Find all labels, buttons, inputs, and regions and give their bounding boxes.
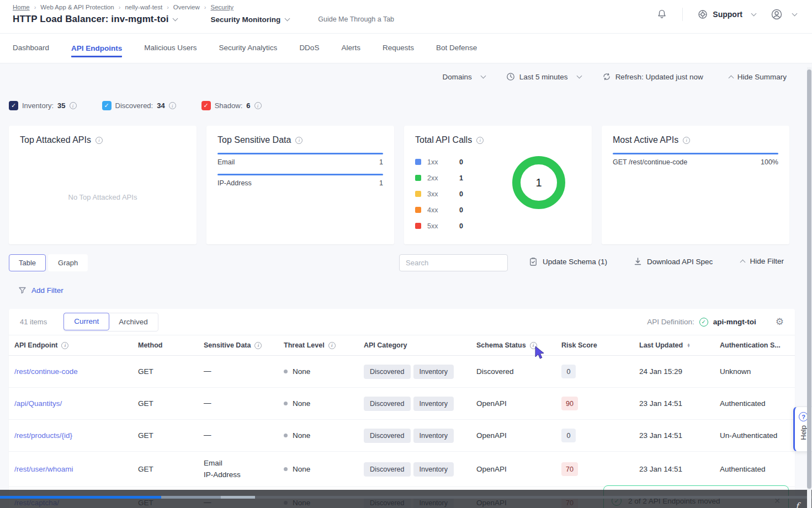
breadcrumb-namespace[interactable]: nelly-waf-test	[125, 4, 162, 10]
category-badge: Discovered	[364, 365, 411, 379]
support-menu[interactable]: Support	[697, 9, 756, 20]
add-filter-button[interactable]: Add Filter	[18, 286, 63, 295]
security-monitoring-dropdown[interactable]: Security Monitoring	[210, 15, 280, 24]
current-archived-toggle: Current Archived	[63, 313, 158, 331]
summary-controls: Domains Last 5 minutes Refresh: Updated …	[443, 72, 787, 81]
metric-label: Email	[217, 158, 235, 166]
breadcrumb-separator: ›	[119, 4, 121, 10]
breadcrumb-separator: ›	[204, 4, 206, 10]
shadow-label: Shadow:	[215, 101, 243, 110]
tab-requests[interactable]: Requests	[383, 44, 414, 53]
inventory-value: 35	[57, 101, 65, 110]
sensitive-data-cell: —	[204, 398, 284, 409]
shadow-checkbox[interactable]: ✓	[201, 101, 211, 110]
add-filter-label: Add Filter	[31, 286, 63, 295]
time-range-dropdown[interactable]: Last 5 minutes	[506, 72, 581, 81]
chevron-down-icon[interactable]	[173, 16, 178, 22]
method-cell: GET	[138, 431, 204, 440]
breadcrumb-overview[interactable]: Overview	[173, 4, 200, 10]
endpoint-link[interactable]: /rest/user/whoami	[14, 465, 138, 473]
hide-summary-toggle[interactable]: Hide Summary	[724, 73, 787, 81]
guide-me-link[interactable]: Guide Me Through a Tab	[318, 15, 394, 23]
info-icon[interactable]: i	[530, 342, 537, 349]
endpoint-link[interactable]: /rest/continue-code	[14, 367, 138, 376]
table-view-button[interactable]: Table	[9, 254, 46, 271]
threat-level-cell: None	[284, 465, 364, 473]
table-row: /rest/products/{id} GET — None Discovere…	[9, 420, 795, 452]
breadcrumb-security[interactable]: Security	[210, 4, 233, 10]
view-toggle: Table Graph	[9, 254, 88, 271]
download-api-spec-label: Download API Spec	[647, 258, 713, 266]
breadcrumb-waap[interactable]: Web App & API Protection	[40, 4, 114, 10]
chevron-down-icon[interactable]	[285, 16, 290, 22]
tab-alerts[interactable]: Alerts	[341, 44, 360, 53]
info-icon[interactable]: i	[95, 137, 103, 144]
auth-state-cell: Authenticated	[720, 465, 795, 473]
risk-score-badge: 0	[561, 429, 576, 442]
discovered-checkbox[interactable]: ✓	[102, 101, 112, 110]
api-definition-value[interactable]: api-mngt-toi	[713, 318, 756, 326]
account-menu[interactable]	[770, 8, 797, 21]
hide-filter-toggle[interactable]: Hide Filter	[736, 257, 784, 265]
tab-security-analytics[interactable]: Security Analytics	[219, 44, 278, 53]
info-icon[interactable]: i	[61, 342, 68, 349]
current-filter-button[interactable]: Current	[63, 313, 109, 330]
info-icon[interactable]: i	[683, 137, 690, 144]
breadcrumb-home[interactable]: Home	[13, 4, 30, 10]
tab-api-endpoints[interactable]: API Endpoints	[71, 44, 122, 57]
col-schema-status: Schema Status	[476, 341, 526, 349]
legend-swatch-4xx	[415, 207, 421, 213]
gear-icon[interactable]: ⚙	[776, 316, 784, 328]
table-row: /api/Quantitys/ GET — None Discovered In…	[9, 388, 795, 420]
legend-value: 1	[459, 174, 463, 182]
col-last-updated[interactable]: Last Updated	[639, 341, 683, 349]
download-api-spec-button[interactable]: Download API Spec	[634, 257, 713, 266]
domains-dropdown[interactable]: Domains	[443, 73, 485, 81]
tab-ddos[interactable]: DDoS	[299, 44, 319, 53]
inventory-checkbox[interactable]: ✓	[9, 101, 18, 110]
legend-label: 3xx	[427, 190, 459, 198]
card-title: Top Attacked APIs	[20, 135, 91, 145]
card-most-active-apis: Most Active APIs i GET /rest/continue-co…	[602, 126, 789, 244]
video-progress-played[interactable]	[0, 496, 161, 499]
endpoint-link[interactable]: /rest/products/{id}	[14, 431, 138, 440]
top-bar: Home › Web App & API Protection › nelly-…	[0, 0, 812, 34]
info-icon[interactable]: i	[254, 102, 262, 109]
tab-bot-defense[interactable]: Bot Defense	[436, 44, 477, 53]
legend-swatch-3xx	[415, 191, 421, 197]
info-icon[interactable]: i	[328, 342, 336, 349]
legend-label: 1xx	[427, 158, 459, 166]
graph-view-button[interactable]: Graph	[48, 254, 88, 271]
refresh-icon	[602, 72, 611, 81]
bell-icon[interactable]	[656, 8, 668, 20]
method-cell: GET	[138, 399, 204, 408]
video-progress-buffered	[221, 496, 255, 499]
info-icon[interactable]: i	[70, 102, 77, 109]
tab-dashboard[interactable]: Dashboard	[13, 44, 49, 53]
update-schema-button[interactable]: Update Schema (1)	[529, 257, 607, 266]
status-code-legend: 1xx0 2xx1 3xx0 4xx0 5xx0	[415, 154, 463, 234]
archived-filter-button[interactable]: Archived	[109, 313, 158, 331]
api-definition: API Definition: ✓ api-mngt-toi ⚙	[647, 316, 784, 328]
check-circle-icon: ✓	[699, 318, 708, 327]
info-icon[interactable]: i	[169, 102, 176, 109]
breadcrumb-separator: ›	[167, 4, 169, 10]
legend-swatch-5xx	[415, 223, 421, 229]
endpoint-link[interactable]: /api/Quantitys/	[14, 399, 138, 408]
refresh-button[interactable]: Refresh: Updated just now	[602, 72, 703, 81]
api-definition-label: API Definition:	[647, 318, 694, 326]
search-input[interactable]	[399, 254, 508, 271]
sort-icon[interactable]: ▲▼	[687, 343, 690, 347]
clipboard-check-icon	[529, 257, 538, 266]
chevron-down-icon	[792, 11, 798, 17]
tab-malicious-users[interactable]: Malicious Users	[144, 44, 197, 53]
scrollbar-thumb[interactable]	[807, 69, 811, 489]
info-icon[interactable]: i	[254, 342, 262, 349]
hide-summary-label: Hide Summary	[737, 73, 787, 81]
info-icon[interactable]: i	[476, 137, 484, 144]
col-threat-level: Threat Level	[284, 341, 325, 349]
schema-status-cell: OpenAPI	[476, 465, 561, 473]
info-icon[interactable]: i	[295, 137, 302, 144]
col-api-endpoint: API Endpoint	[14, 341, 57, 349]
sensitive-data-cell: Email IP-Address	[204, 458, 284, 481]
